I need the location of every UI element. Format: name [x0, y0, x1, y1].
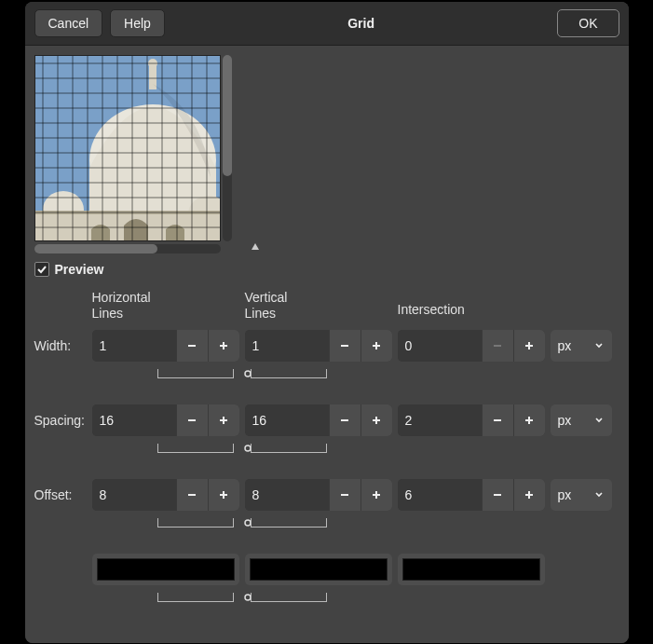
width-horizontal-spinner[interactable]	[92, 330, 239, 362]
minus-icon[interactable]	[329, 330, 361, 362]
offset-horizontal-input[interactable]	[92, 479, 176, 511]
plus-icon[interactable]	[208, 330, 239, 362]
ok-button[interactable]: OK	[557, 9, 619, 37]
minus-icon[interactable]	[176, 479, 208, 511]
spacing-horizontal-spinner[interactable]	[92, 404, 239, 436]
preview-label: Preview	[55, 262, 104, 277]
color-value	[402, 558, 540, 581]
grid-dialog: Cancel Help Grid OK	[25, 2, 629, 643]
width-vertical-spinner[interactable]	[245, 330, 392, 362]
titlebar: Cancel Help Grid OK	[25, 2, 629, 46]
unit-label: px	[558, 487, 572, 502]
minus-icon	[482, 330, 513, 362]
offset-link-right	[245, 514, 392, 531]
spacing-horizontal-input[interactable]	[92, 404, 176, 436]
plus-icon[interactable]	[513, 479, 545, 511]
color-link-left	[92, 589, 239, 606]
minus-icon[interactable]	[482, 479, 513, 511]
offset-vertical-spinner[interactable]	[245, 479, 392, 511]
cancel-button[interactable]: Cancel	[34, 9, 103, 37]
minus-icon[interactable]	[176, 330, 208, 362]
plus-icon[interactable]	[208, 404, 239, 436]
offset-link-left	[92, 514, 239, 531]
preview-toggle[interactable]: Preview	[34, 262, 619, 277]
width-link-right	[245, 365, 392, 382]
plus-icon[interactable]	[361, 330, 392, 362]
preview-vscrollbar[interactable]	[223, 55, 232, 241]
offset-vertical-input[interactable]	[245, 479, 329, 511]
offset-intersection-input[interactable]	[398, 479, 482, 511]
minus-icon[interactable]	[176, 404, 208, 436]
plus-icon[interactable]	[513, 330, 545, 362]
spacing-intersection-input[interactable]	[398, 404, 482, 436]
offset-intersection-spinner[interactable]	[398, 479, 545, 511]
offset-horizontal-spinner[interactable]	[92, 479, 239, 511]
minus-icon[interactable]	[329, 479, 361, 511]
plus-icon[interactable]	[208, 479, 239, 511]
plus-icon[interactable]	[361, 404, 392, 436]
column-header-horizontal: Horizontal Lines	[92, 290, 239, 326]
color-value	[97, 558, 235, 581]
help-button[interactable]: Help	[110, 9, 165, 37]
spacing-intersection-spinner[interactable]	[398, 404, 545, 436]
checkbox-icon	[34, 262, 49, 277]
chevron-down-icon	[593, 338, 605, 353]
width-intersection-input[interactable]	[398, 330, 482, 362]
chevron-down-icon	[593, 487, 605, 502]
dialog-content: Preview Horizontal Lines Vertical Lines …	[25, 46, 629, 643]
color-intersection-swatch[interactable]	[398, 554, 545, 585]
minus-icon[interactable]	[482, 404, 513, 436]
color-vertical-swatch[interactable]	[245, 554, 392, 585]
plus-icon[interactable]	[513, 404, 545, 436]
spacing-vertical-input[interactable]	[245, 404, 329, 436]
dialog-title: Grid	[172, 16, 550, 31]
zoom-menu-icon[interactable]	[249, 241, 262, 254]
row-label-width: Width:	[34, 338, 92, 353]
preview-hscrollbar[interactable]	[34, 244, 221, 253]
width-vertical-input[interactable]	[245, 330, 329, 362]
unit-label: px	[558, 338, 572, 353]
spacing-vertical-spinner[interactable]	[245, 404, 392, 436]
chevron-down-icon	[593, 413, 605, 428]
column-header-vertical: Vertical Lines	[245, 290, 392, 326]
preview-area	[34, 55, 619, 241]
width-link-left	[92, 365, 239, 382]
spacing-link-right	[245, 440, 392, 457]
width-intersection-spinner[interactable]	[398, 330, 545, 362]
preview-canvas[interactable]	[34, 55, 221, 241]
width-horizontal-input[interactable]	[92, 330, 176, 362]
column-header-intersection: Intersection	[398, 293, 545, 322]
color-link-right	[245, 589, 392, 606]
plus-icon[interactable]	[361, 479, 392, 511]
color-value	[250, 558, 388, 581]
width-unit-select[interactable]: px	[551, 330, 612, 362]
row-label-spacing: Spacing:	[34, 413, 92, 428]
offset-unit-select[interactable]: px	[551, 479, 612, 511]
spacing-link-left	[92, 440, 239, 457]
row-label-offset: Offset:	[34, 487, 92, 502]
minus-icon[interactable]	[329, 404, 361, 436]
parameters-grid: Horizontal Lines Vertical Lines Intersec…	[34, 290, 619, 606]
color-horizontal-swatch[interactable]	[92, 554, 239, 585]
unit-label: px	[558, 413, 572, 428]
spacing-unit-select[interactable]: px	[551, 404, 612, 436]
grid-overlay	[35, 56, 221, 241]
